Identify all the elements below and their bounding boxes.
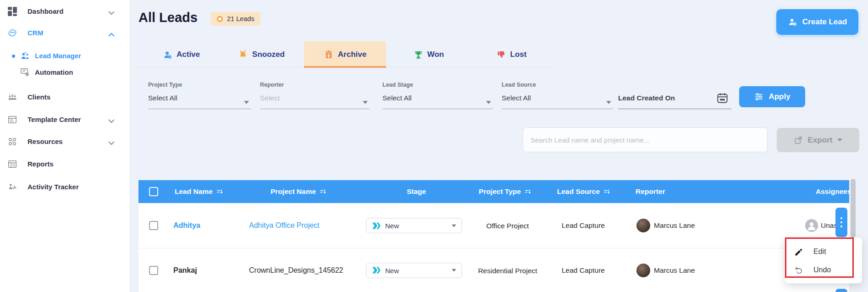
apply-label: Apply [768,92,790,101]
export-icon [794,136,803,145]
active-bullet [12,55,15,58]
sidebar-item-lead-manager[interactable]: Lead Manager [0,49,130,63]
filter-label: Lead Stage [382,82,413,88]
caret-down-icon [486,98,491,101]
kebab-dot [840,221,842,223]
archive-tab-underline [304,66,386,68]
reporter-avatar [636,219,650,232]
filter-label: Reporter [260,82,284,88]
tab-snoozed[interactable]: Snoozed [232,41,291,68]
export-label: Export [808,136,833,145]
sidebar-item-label: Template Center [28,113,81,127]
stage-dropdown[interactable]: New [366,263,462,278]
sidebar-item-automation[interactable]: Automation [0,66,130,79]
sidebar-item-reports[interactable]: Reports [0,157,130,171]
row-checkbox[interactable] [149,221,158,230]
tab-label: Active [177,50,200,59]
undo-icon [794,266,803,275]
filter-lead-source[interactable]: Lead Source Select All [502,81,613,109]
sidebar-item-label: Clients [28,90,50,104]
stage-dropdown[interactable]: New [366,218,462,233]
sidebar-item-label: Lead Manager [35,49,81,63]
row-actions-kebab-button[interactable] [835,208,847,237]
kebab-dot [840,217,842,219]
tab-archive-selected[interactable]: Archive [304,41,386,68]
active-person-icon [163,50,172,60]
create-lead-icon [788,17,798,27]
date-filter-label: Lead Created On [618,94,675,102]
context-menu-item-undo[interactable]: Undo [785,262,854,279]
resources-icon [7,137,17,147]
sidebar-item-activity-tracker[interactable]: Activity Tracker [0,180,130,194]
column-header-lead-source: Lead Source [557,187,600,196]
pencil-icon [794,248,803,257]
filter-reporter[interactable]: Reporter Select [260,81,370,109]
caret-down-icon [452,224,456,227]
lead-source-cell: Lead Capture [562,221,605,230]
sidebar-item-crm[interactable]: CRM [0,26,130,40]
badge-circle-icon [217,16,223,22]
sidebar-item-clients[interactable]: Clients [0,90,130,104]
page-title: All Leads [138,10,198,25]
filter-sliders-icon [754,92,764,102]
filter-label: Project Type [148,82,182,88]
project-name-link[interactable]: Adhitya Office Project [249,221,320,230]
chevron-up-icon [108,30,115,36]
stage-value: New [385,266,448,274]
project-name-cell: CrownLine_Designs_145622 [249,266,343,275]
tab-won[interactable]: Won [404,41,454,68]
sidebar-item-label: CRM [28,26,43,40]
filter-selected-value: Select All [382,94,412,102]
column-header-project-name: Project Name [271,187,316,196]
filter-project-type[interactable]: Project Type Select All [148,81,251,109]
sidebar-item-dashboard[interactable]: Dashboard [0,5,130,18]
lead-name-cell[interactable]: Pankaj [173,266,197,275]
filter-lead-stage[interactable]: Lead Stage Select All [382,81,493,109]
select-all-checkbox[interactable] [149,187,158,196]
template-center-icon [7,115,17,125]
chevron-down-icon [108,117,115,122]
sort-icon[interactable] [216,189,223,194]
sort-icon[interactable] [320,189,326,194]
caret-down-icon [606,98,611,101]
reporter-name: Marcus Lane [654,266,695,275]
sidebar-item-label: Reports [28,157,54,171]
calendar-icon[interactable] [716,92,729,104]
sidebar-item-label: Automation [35,66,73,79]
sidebar-item-template-center[interactable]: Template Center [0,113,130,127]
filter-lead-created-on[interactable]: Lead Created On [618,81,731,109]
column-header-lead-name: Lead Name [175,187,213,196]
create-lead-label: Create Lead [802,17,847,27]
create-lead-button[interactable]: Create Lead [776,9,858,35]
filter-selected-value: Select All [502,94,531,102]
search-input[interactable] [523,127,768,152]
sort-icon[interactable] [603,189,610,194]
leads-count-label: 21 Leads [227,15,254,22]
table-row: Adhitya Adhitya Office Project New Offic… [138,203,849,248]
won-trophy-icon [414,50,423,60]
sidebar-item-label: Resources [28,135,63,149]
context-menu-item-edit[interactable]: Edit [785,244,854,260]
archive-trash-icon [324,50,334,60]
leads-count-badge: 21 Leads [211,12,260,26]
row-checkbox[interactable] [149,266,158,275]
column-header-project-type: Project Type [479,187,521,196]
export-button[interactable]: Export [777,128,859,152]
tab-lost[interactable]: Lost [487,41,536,68]
caret-down-icon [837,138,842,142]
filter-selected-value: Select [260,94,280,102]
reporter-avatar [636,264,650,277]
stage-value: New [385,222,448,230]
stage-flag-icon [372,267,381,274]
lead-source-cell: Lead Capture [562,266,605,275]
sidebar-item-resources[interactable]: Resources [0,135,130,149]
apply-filters-button[interactable]: Apply [739,86,805,107]
column-header-stage: Stage [407,187,426,196]
caret-down-icon [452,269,456,272]
vertical-scrollbar-thumb[interactable] [851,179,856,237]
lost-thumbs-down-icon [497,50,506,60]
tab-active[interactable]: Active [155,41,208,68]
lead-name-link[interactable]: Adhitya [173,221,200,230]
sort-icon[interactable] [525,189,531,194]
row-actions-kebab-button-partial[interactable] [835,289,847,292]
